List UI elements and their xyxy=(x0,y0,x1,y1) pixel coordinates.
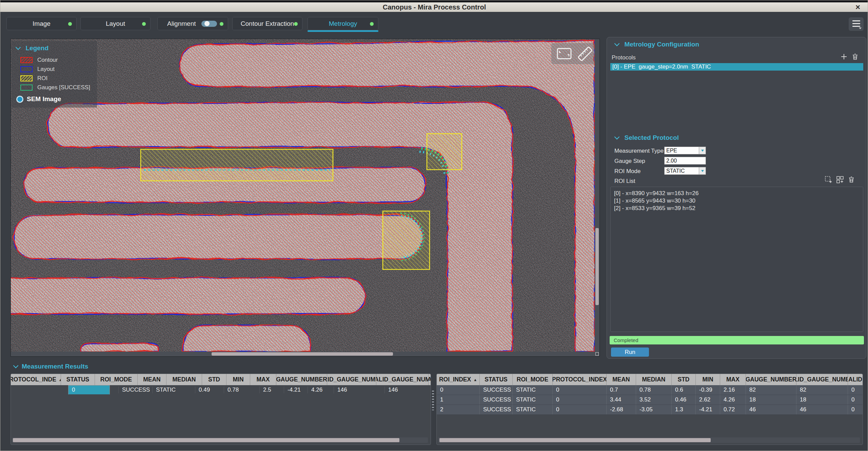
table-cell: SUCCESS xyxy=(480,405,513,414)
tab-label: Alignment xyxy=(167,20,196,27)
column-header[interactable]: MIN xyxy=(226,374,250,385)
column-header[interactable]: MEAN xyxy=(138,374,166,385)
alignment-toggle[interactable] xyxy=(201,21,217,27)
gauge-step-input[interactable] xyxy=(664,157,706,165)
table-cell: -3.05 xyxy=(636,405,672,414)
column-header[interactable]: ALID_GAUGE_NUM xyxy=(376,374,429,385)
table-horizontal-scrollbar[interactable] xyxy=(438,437,860,443)
column-header[interactable]: STATUS xyxy=(480,374,513,385)
table-header-row: ROI_INDEX▲STATUSROI_MODEPROTOCOL_INDEXME… xyxy=(437,374,863,385)
add-protocol-button[interactable] xyxy=(840,52,848,61)
tab-image[interactable]: Image xyxy=(6,17,77,30)
column-header[interactable]: LID_GAUGE_NUMB xyxy=(796,374,848,385)
column-header[interactable]: ROTOCOL_INDE▲ xyxy=(11,374,61,385)
column-header[interactable]: MEDIAN xyxy=(636,374,672,385)
column-header[interactable]: MAX xyxy=(250,374,276,385)
dropdown-arrow-icon[interactable] xyxy=(699,167,706,174)
table-cell: 46 xyxy=(796,405,848,414)
scrollbar-thumb[interactable] xyxy=(13,438,399,442)
delete-roi-button[interactable] xyxy=(847,175,856,184)
roi-list[interactable]: [0] - x=8390 y=9432 w=163 h=26 [1] - x=8… xyxy=(610,187,863,332)
close-icon[interactable]: × xyxy=(855,3,860,11)
menu-button[interactable] xyxy=(849,17,864,31)
chevron-down-icon[interactable] xyxy=(16,45,21,50)
sem-image-viewport[interactable]: Legend Contour Layout ROI Gauges [SUCCES… xyxy=(11,39,600,357)
measurement-type-select[interactable]: EPE xyxy=(664,147,706,154)
column-header[interactable]: STD xyxy=(672,374,696,385)
add-multi-roi-button[interactable] xyxy=(835,175,844,184)
column-header[interactable]: PROTOCOL_INDEX xyxy=(553,374,607,385)
tab-layout[interactable]: Layout xyxy=(80,17,151,30)
scrollbar-thumb[interactable] xyxy=(212,352,393,356)
sem-image[interactable] xyxy=(11,39,595,352)
table-body: 0SUCCESSSTATIC00.70.780.6-0.392.16828201… xyxy=(437,385,863,415)
legend-item-layout[interactable]: Layout xyxy=(20,64,92,74)
column-header[interactable]: ALID xyxy=(848,374,863,385)
column-header[interactable]: LID_GAUGE_NUME xyxy=(327,374,376,385)
table-splitter-handle[interactable] xyxy=(432,391,434,410)
title-bar[interactable]: Canopus - Mira Process Control × xyxy=(0,2,868,12)
tab-label: Contour Extraction xyxy=(241,20,294,27)
dropdown-arrow-icon[interactable] xyxy=(699,147,706,154)
column-header[interactable]: MEDIAN xyxy=(166,374,202,385)
base-layer-selector[interactable]: SEM Image xyxy=(16,95,92,103)
roi-list-label: ROI List xyxy=(614,178,635,185)
viewer-toolbar xyxy=(551,43,595,64)
column-header[interactable]: GAUGE_NUMBER xyxy=(276,374,327,385)
table-cell: STATIC xyxy=(513,405,553,414)
canvas-horizontal-scrollbar[interactable] xyxy=(11,352,595,356)
column-header[interactable]: ROI_INDEX▲ xyxy=(437,374,480,385)
table-horizontal-scrollbar[interactable] xyxy=(12,437,428,443)
column-header[interactable]: STATUS xyxy=(61,374,95,385)
column-header[interactable]: GAUGE_NUMBER xyxy=(746,374,796,385)
table-cell: STATIC xyxy=(513,395,553,405)
tab-alignment[interactable]: Alignment xyxy=(157,17,228,30)
tab-metrology[interactable]: Metrology xyxy=(308,17,378,30)
roi-list-item[interactable]: [1] - x=8565 y=9443 w=30 h=30 xyxy=(614,197,860,205)
canvas-vertical-scrollbar[interactable] xyxy=(595,39,599,352)
metrology-config-panel: Metrology Configuration Protocols [0] - … xyxy=(607,37,866,359)
table-row[interactable]: 0SUCCESSSTATIC00.70.780.6-0.392.1682820 xyxy=(437,385,863,395)
hamburger-icon xyxy=(852,20,860,21)
roi-list-item[interactable]: [0] - x=8390 y=9432 w=163 h=26 xyxy=(614,190,860,197)
roi-box-1[interactable] xyxy=(427,134,462,170)
table-row[interactable]: 2SUCCESSSTATIC0-2.68-3.051.3-4.210.72464… xyxy=(437,405,863,415)
legend-item-contour[interactable]: Contour xyxy=(20,55,92,64)
column-header[interactable]: ROI_MODE xyxy=(95,374,138,385)
chevron-down-icon[interactable] xyxy=(13,363,19,368)
column-header[interactable]: MAX xyxy=(720,374,746,385)
table-cell: 146 xyxy=(385,387,431,393)
table-cell: 18 xyxy=(796,395,848,405)
trash-icon xyxy=(848,176,855,183)
scrollbar-thumb[interactable] xyxy=(439,438,711,442)
chevron-down-icon[interactable] xyxy=(614,41,620,46)
scrollbar-thumb[interactable] xyxy=(595,228,599,305)
roi-box-2[interactable] xyxy=(383,211,430,269)
table-cell: 0 xyxy=(553,385,607,395)
roi-mode-select[interactable]: STATIC xyxy=(664,167,706,175)
active-tab-underline xyxy=(308,30,378,32)
column-header[interactable]: ROI_MODE xyxy=(513,374,553,385)
legend-item-gauges[interactable]: Gauges [SUCCESS] xyxy=(20,83,92,92)
roi-box-0[interactable] xyxy=(141,149,333,181)
application-window: Canopus - Mira Process Control × Image L… xyxy=(0,0,868,451)
protocol-list-item[interactable]: [0] - EPE gauge_step=2.0nm STATIC xyxy=(610,63,863,71)
tab-contour-extraction[interactable]: Contour Extraction xyxy=(232,17,302,30)
column-header[interactable]: MEAN xyxy=(607,374,636,385)
table-row[interactable]: 0SUCCESSSTATIC0.490.782.5-4.214.26146146… xyxy=(68,385,110,395)
resize-corner[interactable] xyxy=(595,352,599,356)
legend-item-roi[interactable]: ROI xyxy=(20,74,92,83)
column-header[interactable]: MIN xyxy=(696,374,720,385)
table-row[interactable]: 1SUCCESSSTATIC03.443.520.462.624.2618180 xyxy=(437,395,863,405)
table-cell: 0.72 xyxy=(720,405,746,414)
column-header[interactable]: STD xyxy=(202,374,226,385)
radio-selected-icon[interactable] xyxy=(16,96,23,103)
run-button[interactable]: Run xyxy=(611,347,649,357)
add-roi-button[interactable] xyxy=(824,175,833,184)
table-cell: 0.46 xyxy=(672,395,696,405)
roi-list-item[interactable]: [2] - x=8533 y=9365 w=39 h=52 xyxy=(614,205,860,212)
chevron-down-icon[interactable] xyxy=(614,134,620,140)
column-header[interactable]: A xyxy=(429,374,431,385)
table-cell: STATIC xyxy=(513,385,553,395)
delete-protocol-button[interactable] xyxy=(851,52,860,61)
